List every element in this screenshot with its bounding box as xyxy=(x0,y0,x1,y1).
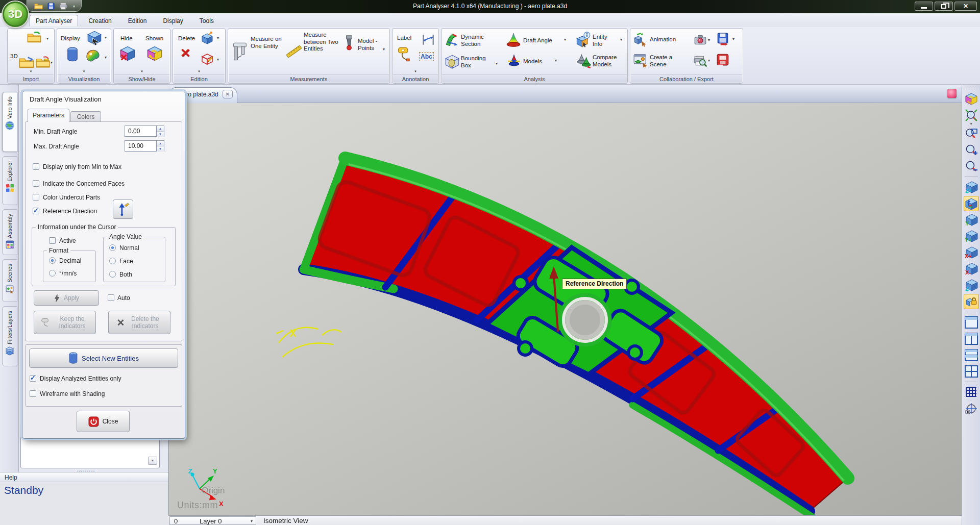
sidebar-tab-scenes[interactable]: Scenes xyxy=(2,259,17,302)
print-icon[interactable] xyxy=(59,3,67,10)
annotation-launcher-icon[interactable]: ▾ xyxy=(414,69,416,73)
checkbox-concerned-faces[interactable] xyxy=(33,180,39,187)
dialog-tab-colors[interactable]: Colors xyxy=(70,111,101,122)
tab-part-analyser[interactable]: Part Analyser xyxy=(30,15,78,27)
label-tag-icon[interactable] xyxy=(397,46,412,62)
radio-both[interactable] xyxy=(109,271,116,278)
panel-splitter[interactable]: ......... xyxy=(77,466,95,472)
import-folder-icon[interactable] xyxy=(27,32,41,43)
bounding-box-button[interactable]: Bounding Box xyxy=(461,55,497,69)
tab-display[interactable]: Display xyxy=(157,15,189,27)
export-save-caret-icon[interactable]: ▾ xyxy=(732,37,734,41)
compare-models-icon[interactable] xyxy=(576,53,592,68)
spin-up-icon[interactable]: ▲ xyxy=(157,126,164,132)
sidebar-tab-filters-layers[interactable]: Filters/Layers xyxy=(2,306,17,366)
measure-one-entity-button[interactable]: Measure on One Entity xyxy=(251,36,284,49)
minimize-button[interactable] xyxy=(915,2,933,11)
snapshot-caret-icon[interactable]: ▾ xyxy=(708,38,710,42)
document-tab-close-icon[interactable]: ✕ xyxy=(223,90,233,98)
open-file-icon[interactable] xyxy=(34,3,43,10)
edit-caret-icon[interactable]: ▾ xyxy=(217,57,219,62)
tab-edition[interactable]: Edition xyxy=(122,15,153,27)
lock-rotation-icon[interactable] xyxy=(964,294,979,309)
entity-info-button[interactable]: Entity Info xyxy=(593,34,618,47)
zoom-window-icon[interactable] xyxy=(964,126,979,141)
models-cone-icon[interactable] xyxy=(507,54,521,68)
select-new-entities-button[interactable]: Select New Entities xyxy=(29,348,178,368)
import-launcher-icon[interactable]: ▾ xyxy=(30,69,32,73)
color-palette-icon[interactable] xyxy=(86,49,100,62)
transform-caret-icon[interactable]: ▾ xyxy=(217,36,219,40)
layout-two-horizontal-icon[interactable] xyxy=(964,347,979,363)
probe-icon[interactable] xyxy=(342,35,356,52)
layout-single-view-icon[interactable] xyxy=(964,315,979,330)
view-y-plus-icon[interactable]: Y+ xyxy=(964,229,979,244)
entity-info-caret-icon[interactable]: ▾ xyxy=(620,37,622,42)
spin-down-icon[interactable]: ▼ xyxy=(157,132,164,137)
animation-icon[interactable] xyxy=(633,33,649,47)
hide-label[interactable]: Hide xyxy=(120,35,133,42)
checkbox-wireframe[interactable] xyxy=(30,390,36,397)
open-3d-file-icon[interactable] xyxy=(19,56,34,69)
dimension-icon[interactable] xyxy=(421,33,435,47)
measure-two-entities-button[interactable]: Measure between Two Entities xyxy=(304,32,341,53)
compare-models-button[interactable]: Compare Models xyxy=(593,54,628,68)
palette-caret-icon[interactable]: ▾ xyxy=(105,55,107,60)
layout-two-vertical-icon[interactable] xyxy=(964,331,979,346)
model-points-button[interactable]: Model - Points xyxy=(358,38,386,52)
radio-face[interactable] xyxy=(109,258,116,264)
tab-creation[interactable]: Creation xyxy=(82,15,117,27)
view-z-plus-icon[interactable]: Z+ xyxy=(964,180,979,195)
shading-cylinder-icon[interactable] xyxy=(66,47,79,62)
layer-caret-icon[interactable]: ▾ xyxy=(251,519,253,523)
keep-indicators-button[interactable]: Keep the Indicators xyxy=(34,311,96,334)
delete-x-icon[interactable]: ✕ xyxy=(180,47,190,59)
ruler-icon[interactable] xyxy=(285,44,303,59)
entity-info-icon[interactable] xyxy=(575,32,592,48)
print-preview-caret-icon[interactable]: ▾ xyxy=(708,58,710,63)
delete-label[interactable]: Delete xyxy=(178,35,195,42)
draft-angle-caret-icon[interactable]: ▾ xyxy=(564,37,566,42)
draft-angle-button[interactable]: Draft Angle xyxy=(523,37,552,44)
spin-up-icon[interactable]: ▲ xyxy=(157,141,164,146)
close-window-button[interactable]: ✕ xyxy=(954,2,977,11)
delete-indicators-button[interactable]: ✕ Delete the Indicators xyxy=(108,311,170,334)
export-package-icon[interactable] xyxy=(716,53,729,66)
draft-angle-dialog[interactable]: Draft Angle Visualization Parameters Col… xyxy=(22,91,185,439)
edit-cube-icon[interactable] xyxy=(201,52,214,65)
toolbar-handle[interactable]: ·········· xyxy=(959,87,980,91)
list-scroll-down-icon[interactable]: ▾ xyxy=(148,457,157,465)
spin-down-icon[interactable]: ▼ xyxy=(157,146,164,152)
apply-button[interactable]: Apply xyxy=(34,290,99,306)
showhide-launcher-icon[interactable]: ▾ xyxy=(141,69,143,73)
sidebar-tab-assembly[interactable]: Assembly xyxy=(2,209,17,255)
min-draft-angle-input[interactable]: 0.00 xyxy=(125,126,156,137)
draft-angle-cone-icon[interactable] xyxy=(506,33,521,48)
app-logo[interactable]: 3D xyxy=(3,2,28,27)
view-x-plus-icon[interactable]: X+ xyxy=(964,245,979,260)
save-icon[interactable] xyxy=(47,3,55,10)
checkbox-color-undercut[interactable] xyxy=(33,194,39,201)
models-button[interactable]: Models xyxy=(523,58,542,65)
import-options-folder-icon[interactable] xyxy=(36,56,50,69)
reference-direction-button[interactable] xyxy=(113,199,133,219)
hide-cube-icon[interactable] xyxy=(119,45,136,62)
checkbox-active[interactable] xyxy=(49,237,56,244)
export-save-icon[interactable] xyxy=(716,33,729,46)
abc-text-icon[interactable]: Abc xyxy=(419,52,434,61)
import-folder2-caret-icon[interactable]: ▾ xyxy=(51,60,53,65)
datum-origin-icon[interactable] xyxy=(964,401,979,416)
zoom-out-icon[interactable] xyxy=(964,159,979,174)
shown-cube-icon[interactable] xyxy=(146,45,163,62)
layout-quad-view-icon[interactable] xyxy=(964,364,979,379)
view-isometric-icon[interactable] xyxy=(964,196,979,211)
checkbox-auto[interactable] xyxy=(108,294,114,301)
view-z-minus-icon[interactable]: Z- xyxy=(964,278,979,293)
dynamic-section-icon[interactable] xyxy=(445,33,460,48)
zoom-in-icon[interactable] xyxy=(964,142,979,158)
display-label[interactable]: Display xyxy=(61,35,80,42)
view-x-minus-icon[interactable]: X- xyxy=(964,261,979,277)
max-draft-angle-input[interactable]: 10.00 xyxy=(125,140,156,152)
visualization-launcher-icon[interactable]: ▾ xyxy=(83,69,85,73)
label-button[interactable]: Label xyxy=(397,35,411,42)
